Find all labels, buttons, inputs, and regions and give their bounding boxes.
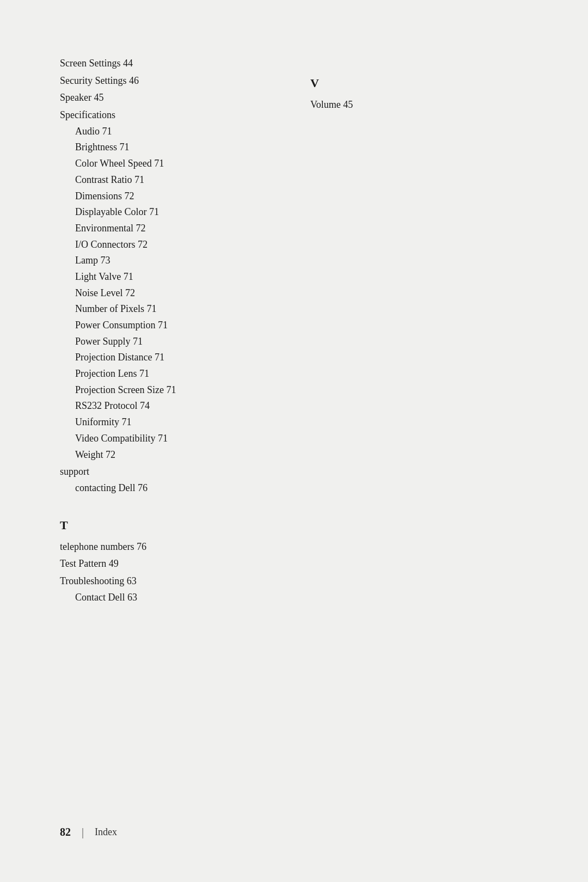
index-entry-specifications-io-connectors: I/O Connectors 72 — [60, 237, 278, 253]
index-entry-volume: Volume 45 — [310, 97, 528, 113]
section-letter-v: V — [310, 76, 528, 90]
index-entry-specifications-dimensions: Dimensions 72 — [60, 188, 278, 205]
index-entry-specifications-environmental: Environmental 72 — [60, 220, 278, 237]
index-entry-specifications-projection-distance: Projection Distance 71 — [60, 350, 278, 366]
section-letter-t: T — [60, 518, 278, 532]
index-entry-specifications-lamp: Lamp 73 — [60, 253, 278, 269]
index-entry-specifications-brightness: Brightness 71 — [60, 139, 278, 156]
footer-label: Index — [95, 826, 117, 838]
index-entry-specifications-projection-lens: Projection Lens 71 — [60, 366, 278, 382]
page-container: Screen Settings 44 Security Settings 46 … — [0, 0, 588, 882]
page-footer: 82 | Index — [60, 804, 528, 838]
index-entry-specifications: Specifications — [60, 107, 278, 124]
index-entry-test-pattern: Test Pattern 49 — [60, 556, 278, 572]
index-entry-specifications-video-compatibility: Video Compatibility 71 — [60, 431, 278, 447]
footer-page-number: 82 — [60, 826, 71, 838]
index-entry-specifications-contrast-ratio: Contrast Ratio 71 — [60, 172, 278, 188]
index-entry-specifications-light-valve: Light Valve 71 — [60, 269, 278, 285]
index-entry-specifications-uniformity: Uniformity 71 — [60, 414, 278, 431]
index-entry-specifications-audio: Audio 71 — [60, 124, 278, 140]
index-entry-specifications-number-of-pixels: Number of Pixels 71 — [60, 301, 278, 317]
index-entry-specifications-color-wheel-speed: Color Wheel Speed 71 — [60, 156, 278, 172]
right-column: V Volume 45 — [310, 54, 528, 804]
left-column: Screen Settings 44 Security Settings 46 … — [60, 54, 278, 804]
index-entry-specifications-power-supply: Power Supply 71 — [60, 334, 278, 350]
index-entry-support-contacting-dell: contacting Dell 76 — [60, 480, 278, 497]
index-entry-specifications-power-consumption: Power Consumption 71 — [60, 317, 278, 334]
index-entry-specifications-rs232-protocol: RS232 Protocol 74 — [60, 398, 278, 414]
index-entry-telephone-numbers: telephone numbers 76 — [60, 539, 278, 555]
index-entry-troubleshooting: Troubleshooting 63 — [60, 573, 278, 590]
index-entry-specifications-noise-level: Noise Level 72 — [60, 285, 278, 302]
index-entry-specifications-projection-screen-size: Projection Screen Size 71 — [60, 382, 278, 399]
index-entry-specifications-displayable-color: Displayable Color 71 — [60, 204, 278, 220]
index-entry-speaker: Speaker 45 — [60, 90, 278, 106]
index-entry-support: support — [60, 464, 278, 480]
index-entry-troubleshooting-contact-dell: Contact Dell 63 — [60, 590, 278, 606]
footer-separator: | — [82, 826, 84, 838]
index-entry-screen-settings: Screen Settings 44 — [60, 56, 278, 72]
index-entry-specifications-weight: Weight 72 — [60, 447, 278, 463]
content-columns: Screen Settings 44 Security Settings 46 … — [60, 54, 528, 804]
index-entry-security-settings: Security Settings 46 — [60, 73, 278, 89]
